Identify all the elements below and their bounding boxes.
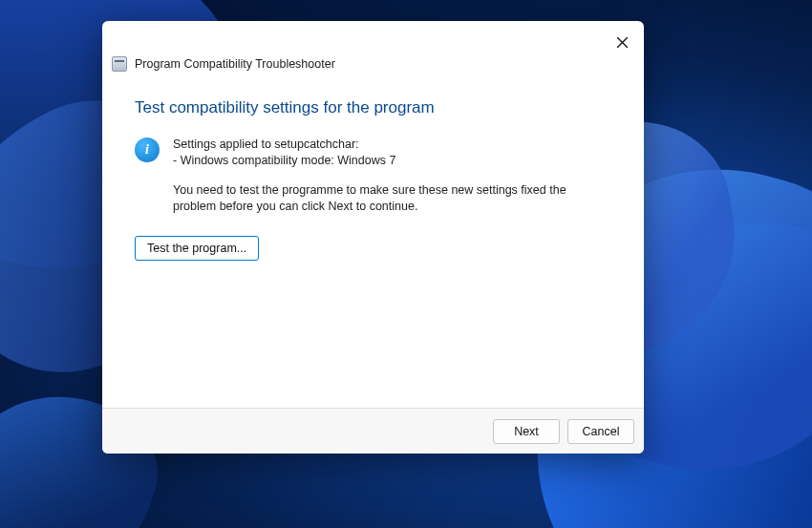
titlebar <box>102 21 644 59</box>
close-button[interactable] <box>601 27 643 57</box>
info-section: i Settings applied to setupcatchchar: - … <box>135 137 611 215</box>
info-text: Settings applied to setupcatchchar: - Wi… <box>173 137 611 215</box>
dialog-footer: Next Cancel <box>102 408 644 454</box>
info-icon: i <box>135 137 160 162</box>
cancel-button[interactable]: Cancel <box>567 419 634 444</box>
settings-applied-label: Settings applied to setupcatchchar: <box>173 137 611 153</box>
test-program-button[interactable]: Test the program... <box>135 236 259 261</box>
dialog-content: Test compatibility settings for the prog… <box>102 72 644 408</box>
instruction-text: You need to test the programme to make s… <box>173 182 611 215</box>
troubleshooter-dialog: Program Compatibility Troubleshooter Tes… <box>102 21 644 454</box>
page-heading: Test compatibility settings for the prog… <box>135 98 611 117</box>
next-button[interactable]: Next <box>493 419 560 444</box>
close-icon <box>617 37 628 48</box>
window-header: Program Compatibility Troubleshooter <box>102 56 644 72</box>
compat-mode-line: - Windows compatibility mode: Windows 7 <box>173 153 611 169</box>
app-icon <box>112 56 127 72</box>
window-title: Program Compatibility Troubleshooter <box>135 57 335 71</box>
